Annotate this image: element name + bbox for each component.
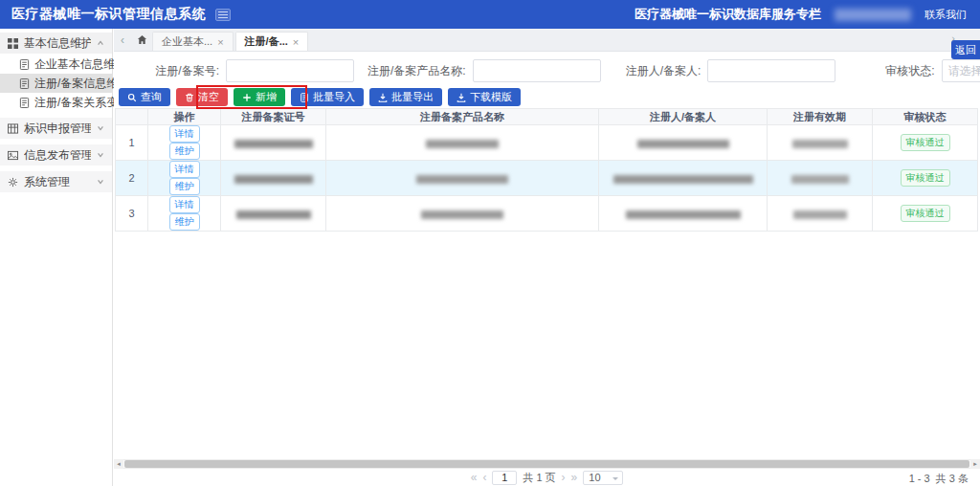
scroll-right-arrow-icon[interactable]: ▸: [970, 459, 980, 469]
sidebar-group-system[interactable]: 系统管理: [0, 171, 112, 192]
add-button[interactable]: 新增: [234, 88, 285, 106]
maintain-button[interactable]: 维护: [169, 178, 200, 195]
service-column-title: 医疗器械唯一标识数据库服务专栏: [635, 6, 821, 23]
sidebar-item-enterprise-info[interactable]: 企业基本信息维护: [0, 55, 112, 74]
page-input[interactable]: [492, 471, 517, 485]
sidebar-item-registration-info[interactable]: 注册/备案信息维护: [0, 74, 112, 93]
sidebar-group-label: 基本信息维护: [24, 35, 91, 52]
caret-down-icon: [612, 477, 618, 480]
sidebar-toggle-icon[interactable]: [215, 9, 231, 21]
document-icon: [19, 78, 30, 89]
table-row: 1 详情 维护 审核通过: [116, 125, 978, 161]
registrant-label: 注册人/备案人:: [626, 63, 702, 79]
next-page-icon[interactable]: ›: [562, 472, 566, 483]
col-status: 审核状态: [873, 109, 978, 125]
registrant-field: 注册人/备案人:: [626, 59, 836, 82]
document-icon: [19, 98, 30, 108]
audit-status-value: 请选择: [948, 63, 980, 79]
table-row: 2 详情 维护 审核通过: [116, 161, 978, 196]
col-op: 操作: [148, 109, 221, 125]
main-content: ‹ 企业基本... × 注册/备... × › 返回 注册/备案号: 注册/备案…: [114, 29, 980, 486]
product-name-redacted: [421, 210, 503, 219]
file-import-icon: [300, 93, 309, 102]
validity-redacted: [791, 175, 849, 184]
record-range-label: 1 - 3 共 3 条: [909, 472, 969, 486]
scroll-left-arrow-icon[interactable]: ◂: [114, 459, 123, 469]
tab-enterprise-basic[interactable]: 企业基本... ×: [152, 32, 234, 51]
registrant-input[interactable]: [707, 59, 835, 82]
product-name-redacted: [416, 175, 508, 184]
image-icon: [8, 150, 18, 161]
reg-no-input[interactable]: [226, 59, 354, 82]
validity-redacted: [792, 140, 848, 148]
tab-bar: ‹ 企业基本... × 注册/备... × ›: [114, 29, 980, 52]
audit-status-select[interactable]: 请选择: [942, 59, 980, 82]
download-template-button[interactable]: 下载模版: [448, 88, 521, 106]
chevron-up-icon: [97, 39, 104, 47]
registrant-redacted: [637, 140, 729, 148]
reg-no-label: 注册/备案号:: [150, 63, 219, 79]
detail-button[interactable]: 详情: [169, 161, 200, 178]
trash-icon: [185, 93, 194, 102]
col-validity: 注册有效期: [768, 109, 873, 125]
cert-no-redacted: [236, 210, 311, 219]
col-product-name: 注册备案产品名称: [326, 109, 599, 125]
last-page-icon[interactable]: »: [571, 472, 578, 483]
app-header: 医疗器械唯一标识管理信息系统 医疗器械唯一标识数据库服务专栏 联系我们: [0, 0, 980, 29]
cert-no-redacted: [234, 175, 313, 184]
clear-button[interactable]: 清空: [176, 88, 228, 106]
page-size-select[interactable]: 10: [583, 471, 623, 485]
first-page-icon[interactable]: «: [471, 472, 478, 483]
detail-button[interactable]: 详情: [169, 196, 200, 213]
status-badge: 审核通过: [901, 205, 950, 222]
total-pages-label: 共 1 页: [523, 471, 555, 485]
sidebar-group-basic-info[interactable]: 基本信息维护: [0, 33, 112, 54]
tabs-scroll-left-icon[interactable]: ‹: [114, 33, 131, 47]
sidebar-item-label: 企业基本信息维护: [34, 56, 126, 73]
audit-status-label: 审核状态:: [885, 63, 934, 79]
sidebar-item-registration-change[interactable]: 注册/备案关系变更: [0, 93, 112, 112]
page-size-value: 10: [589, 472, 600, 483]
sidebar: 基本信息维护 企业基本信息维护 注册/备案信息维护 注册/备案关系变更 标识申报…: [0, 29, 113, 486]
contact-link[interactable]: 联系我们: [924, 8, 967, 22]
reg-no-field: 注册/备案号:: [150, 59, 354, 82]
scrollbar-thumb[interactable]: [124, 460, 969, 468]
gear-icon: [8, 177, 18, 188]
user-info-redacted: [835, 9, 911, 21]
search-icon: [127, 93, 137, 102]
toolbar: 查询 清空 新增 批量导入 批量导出 下载模版: [119, 88, 521, 106]
close-icon[interactable]: ×: [293, 36, 299, 48]
query-button[interactable]: 查询: [119, 88, 170, 106]
chevron-down-icon: [97, 151, 104, 159]
maintain-button[interactable]: 维护: [169, 143, 200, 160]
cert-no-redacted: [234, 140, 313, 148]
col-index: [116, 109, 148, 125]
product-name-input[interactable]: [473, 59, 601, 82]
home-icon[interactable]: [131, 34, 152, 45]
status-badge: 审核通过: [901, 134, 950, 151]
sidebar-group-label: 标识申报管理: [24, 121, 91, 137]
status-badge: 审核通过: [901, 169, 950, 187]
tab-label: 企业基本...: [162, 34, 212, 49]
sidebar-group-info-publish[interactable]: 信息发布管理: [0, 144, 112, 166]
prev-page-icon[interactable]: ‹: [482, 472, 486, 483]
row-index: 3: [116, 196, 148, 232]
download-icon: [457, 93, 466, 102]
close-icon[interactable]: ×: [217, 36, 223, 48]
download-icon: [378, 93, 388, 102]
sidebar-group-label: 信息发布管理: [24, 147, 91, 164]
batch-export-button[interactable]: 批量导出: [369, 88, 442, 106]
return-button[interactable]: 返回: [951, 40, 980, 59]
app-title: 医疗器械唯一标识管理信息系统: [11, 6, 206, 23]
detail-button[interactable]: 详情: [169, 125, 200, 143]
results-table: 操作 注册备案证号 注册备案产品名称 注册人/备案人 注册有效期 审核状态 1 …: [115, 108, 978, 232]
product-name-field: 注册/备案产品名称:: [368, 59, 601, 82]
batch-import-button[interactable]: 批量导入: [291, 88, 364, 106]
maintain-button[interactable]: 维护: [169, 213, 200, 231]
registrant-redacted: [613, 175, 753, 184]
sidebar-group-identifier-declare[interactable]: 标识申报管理: [0, 118, 112, 139]
product-name-label: 注册/备案产品名称:: [368, 63, 466, 79]
registrant-redacted: [626, 210, 741, 219]
tab-registration[interactable]: 注册/备... ×: [235, 32, 309, 51]
row-index: 2: [116, 161, 148, 196]
